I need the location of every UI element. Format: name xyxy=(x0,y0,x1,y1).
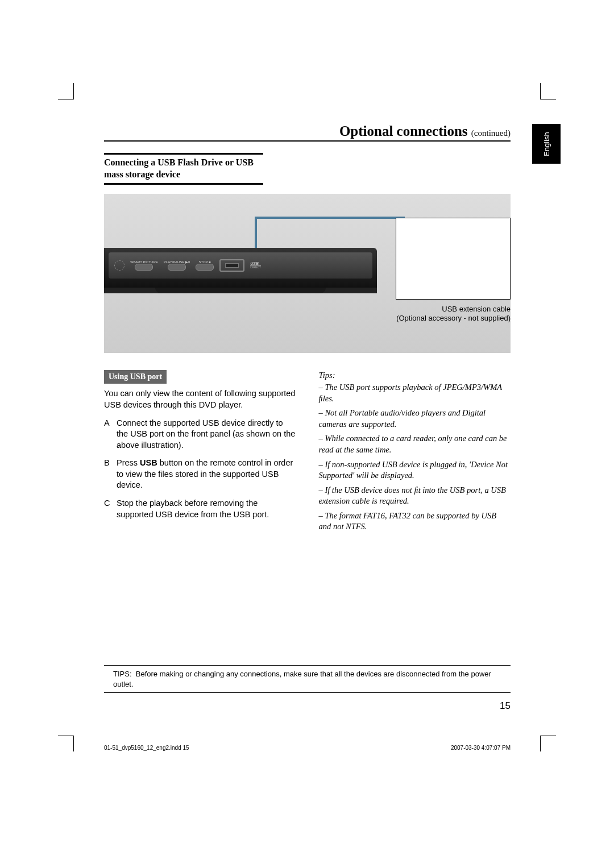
bottom-tips-text: Before making or changing any connection… xyxy=(113,670,491,688)
tip-item: – The USB port supports playback of JPEG… xyxy=(319,382,511,404)
callout-text: USB extension cable (Optional accessory … xyxy=(385,305,511,324)
body-columns: Using USB port You can only view the con… xyxy=(104,370,511,536)
step-letter: B xyxy=(104,458,117,491)
usb-port-icon xyxy=(219,259,244,272)
chapter-title-main: Optional connections xyxy=(339,123,471,139)
cable-line xyxy=(255,217,405,253)
callout-line1: USB extension cable xyxy=(442,305,511,313)
bottom-tips-label: TIPS: xyxy=(113,670,132,678)
footer-right: 2007-03-30 4:07:07 PM xyxy=(451,745,511,751)
crop-mark xyxy=(73,736,74,751)
crop-mark xyxy=(540,99,556,99)
crop-mark xyxy=(540,736,541,751)
section-heading: Connecting a USB Flash Drive or USB mass… xyxy=(104,153,263,185)
bottom-tips-bar: TIPS: Before making or changing any conn… xyxy=(104,665,511,693)
page-content: English Optional connections (continued)… xyxy=(104,124,511,536)
footer-left: 01-51_dvp5160_12_eng2.indd 15 xyxy=(104,745,189,751)
language-label: English xyxy=(542,132,550,156)
power-icon xyxy=(114,260,125,271)
step-text: Stop the playback before removing the su… xyxy=(117,498,296,520)
intro-paragraph: You can only view the content of followi… xyxy=(104,388,296,410)
stop-button xyxy=(196,264,214,271)
left-column: Using USB port You can only view the con… xyxy=(104,370,296,536)
tip-item: – If the USB device does not ﬁt into the… xyxy=(319,485,511,507)
smart-picture-label: SMART PICTURE xyxy=(130,260,158,264)
crop-mark xyxy=(540,83,541,99)
step-text: Press USB button on the remote control i… xyxy=(117,458,296,491)
imposition-footer: 01-51_dvp5160_12_eng2.indd 15 2007-03-30… xyxy=(104,745,511,751)
chapter-title-sub: (continued) xyxy=(471,128,511,138)
step-letter: C xyxy=(104,498,117,520)
crop-mark xyxy=(58,99,74,99)
right-column: Tips: – The USB port supports playback o… xyxy=(319,370,511,536)
chapter-title: Optional connections (continued) xyxy=(104,124,511,142)
language-tab: English xyxy=(532,124,561,164)
step-letter: A xyxy=(104,418,117,451)
step-a: A Connect the supported USB device direc… xyxy=(104,418,296,451)
using-usb-subhead: Using USB port xyxy=(104,370,167,384)
tip-item: – Not all Portable audio/video players a… xyxy=(319,408,511,430)
tip-item: – While connected to a card reader, only… xyxy=(319,433,511,455)
crop-mark xyxy=(73,83,74,99)
dvd-player-illustration: SMART PICTURE PLAY/PAUSE ▶II STOP ■ USB … xyxy=(104,248,377,293)
crop-mark xyxy=(58,736,74,736)
disc-tray xyxy=(155,288,326,293)
step-b: B Press USB button on the remote control… xyxy=(104,458,296,491)
dvd-front-panel: SMART PICTURE PLAY/PAUSE ▶II STOP ■ USB … xyxy=(109,252,372,279)
tip-item: – If non-supported USB device is plugged… xyxy=(319,459,511,481)
step-c: C Stop the playback before removing the … xyxy=(104,498,296,520)
page-number: 15 xyxy=(104,700,511,712)
usb-logo-sub: DIRECT xyxy=(250,266,261,269)
connection-figure: SMART PICTURE PLAY/PAUSE ▶II STOP ■ USB … xyxy=(104,194,511,353)
smart-picture-button xyxy=(135,264,153,271)
play-pause-button xyxy=(168,264,186,271)
stop-label: STOP ■ xyxy=(199,260,211,264)
step-text: Connect the supported USB device directl… xyxy=(117,418,296,451)
callout-line2: (Optional accessory - not supplied) xyxy=(396,314,511,322)
extension-accessory-box xyxy=(396,218,511,300)
crop-mark xyxy=(540,736,556,736)
tips-heading: Tips: xyxy=(319,370,511,381)
tip-item: – The format FAT16, FAT32 can be support… xyxy=(319,510,511,533)
play-pause-label: PLAY/PAUSE ▶II xyxy=(164,260,190,264)
